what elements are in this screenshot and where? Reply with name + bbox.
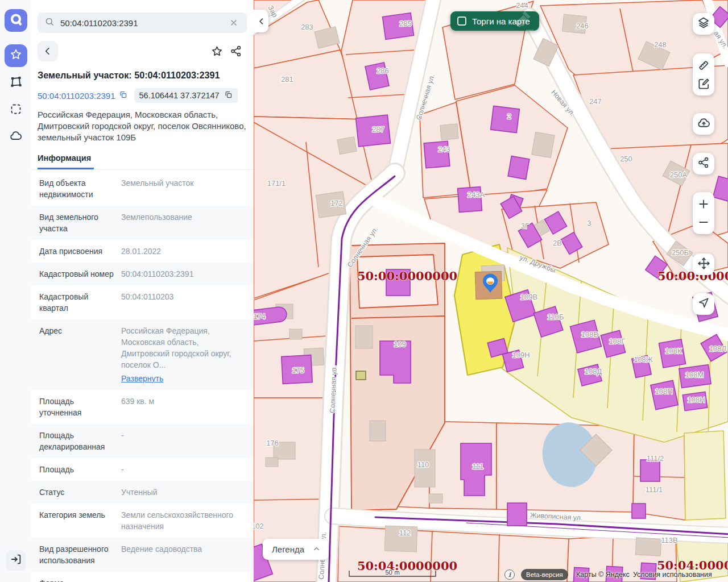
parcel-number-label: 108Л [709, 344, 726, 353]
cloud-icon [9, 130, 23, 146]
info-row-value: Земли сельскохозяйственного назначения [114, 509, 246, 532]
map-area[interactable]: 2832812852862872432243А3Г32В244246248247… [254, 0, 728, 582]
auction-toggle-button[interactable]: Торги на карте [450, 11, 539, 31]
copy-icon[interactable] [224, 90, 233, 101]
info-row-value: Земельный участок [114, 177, 193, 200]
parcel-number-label: 243А [468, 190, 485, 199]
polygon-tool-icon [9, 75, 23, 91]
details-panel: Земельный участок: 50:04:0110203:2391 50… [31, 0, 254, 582]
cadastral-number-link[interactable]: 50:04:0110203:2391 [38, 90, 127, 101]
object-toolbar [38, 41, 247, 61]
info-row: Площадь декларированная- [31, 424, 254, 458]
share-map-button[interactable] [693, 153, 714, 174]
parcel-number-label: 3Г [521, 222, 529, 230]
search-bar[interactable] [38, 13, 247, 33]
coordinates-chip[interactable]: 56.106441 37.372147 [134, 88, 238, 103]
parcel-number-label: 2 [507, 112, 511, 120]
layers-icon [697, 16, 710, 32]
app-logo[interactable] [5, 9, 27, 32]
street-name-label: Солнечная ул. [329, 365, 338, 413]
sidebar-item-cloud[interactable] [5, 126, 27, 149]
parcel-number-label: 108Г [609, 337, 626, 346]
share-button[interactable] [226, 41, 246, 61]
parcel-number-label: 108В [581, 330, 598, 339]
edit-button[interactable] [693, 74, 714, 93]
legend-button[interactable]: Легенда [263, 539, 329, 560]
parcel-number-label: 111 [472, 462, 483, 471]
info-row: Дата присвоения28.01.2022 [31, 240, 254, 263]
info-row-label: Статус [39, 487, 114, 498]
sidebar-item-select-area[interactable] [5, 99, 27, 122]
map-attribution: Карты © Яндекс [576, 571, 630, 579]
clear-search-icon[interactable] [228, 16, 240, 29]
cadastral-quarter-label: 50:00:0000000 [357, 269, 457, 283]
info-row-label: Площадь [39, 464, 114, 475]
exit-button[interactable] [6, 550, 26, 571]
expand-address-link[interactable]: Развернуть [121, 373, 163, 384]
select-area-icon [9, 102, 23, 118]
info-row-label: Площадь декларированная [39, 430, 114, 452]
info-row: Вид объекта недвижимостиЗемельный участо… [31, 172, 254, 206]
zoom-in-button[interactable] [693, 195, 714, 213]
info-row-value [114, 577, 121, 582]
sidebar-item-favorites[interactable] [5, 44, 27, 67]
sidebar-item-polygon-tool[interactable] [5, 72, 27, 94]
logo-icon [9, 13, 23, 28]
back-button[interactable] [38, 41, 58, 61]
parcel-number-label: 246 [576, 22, 589, 30]
zoom-out-button[interactable] [693, 213, 714, 231]
parcel-number-label: 110Б [547, 313, 564, 321]
parcel-number-label: 110 [417, 460, 429, 469]
upload-button[interactable] [693, 113, 714, 135]
logout-icon [10, 553, 22, 568]
info-row-label: Форма [39, 577, 114, 582]
search-input[interactable] [60, 18, 228, 28]
parcel-number-label: 176 [266, 439, 279, 447]
parcel-number-label: 174 [254, 312, 266, 321]
parcel-number-label: 109Н [512, 351, 530, 359]
parcel-number-label: 171/1 [267, 179, 286, 188]
info-row-value: 28.01.2022 [114, 246, 161, 257]
info-row-value: Учтенный [114, 487, 158, 498]
info-row: Кадастровый номер50:04:0110203:2391 [31, 263, 254, 285]
parcel-number-label: 2В [553, 239, 562, 247]
terms-link[interactable]: Условия использования [633, 571, 712, 579]
parcel-number-label: 248 [654, 40, 667, 49]
favorite-button[interactable] [207, 41, 226, 61]
svg-text:50 m: 50 m [385, 569, 400, 576]
shed [356, 371, 366, 380]
parcel-number-label: 111/1 [646, 485, 663, 494]
info-row-label: Адрес [39, 325, 114, 384]
cadastral-map[interactable]: 2832812852862872432243А3Г32В244246248247… [254, 0, 728, 582]
collapse-panel-button[interactable] [254, 10, 268, 32]
info-row-label: Площадь уточненная [39, 396, 114, 418]
info-row-value: 639 кв. м [114, 396, 154, 418]
cadastral-quarter-label: 50:04:0000000 [357, 559, 457, 573]
copy-icon[interactable] [119, 90, 127, 101]
star-icon [9, 48, 23, 64]
parcel-number-label: 250Б [672, 248, 689, 257]
object-address: Российская Федерация, Московская область… [38, 109, 247, 143]
pan-button[interactable] [693, 253, 714, 275]
move-icon [697, 257, 710, 272]
parcel-number-label: 243 [438, 145, 450, 153]
cadastral-quarter-label: 50:00:0000000 [657, 269, 728, 283]
parcel-number-label: 102 [254, 522, 264, 530]
parcel-number-label: 172 [330, 199, 343, 207]
navigation-arrow-icon [697, 297, 710, 311]
tab-information[interactable]: Информация [38, 153, 94, 169]
parcel-number-label: 108Н [687, 396, 705, 404]
beta-badge: Beta-версия [521, 569, 568, 580]
locate-button[interactable] [693, 293, 714, 315]
info-row: СтатусУчтенный [31, 481, 254, 504]
auction-checkbox[interactable] [457, 16, 466, 26]
ruler-button[interactable] [693, 56, 714, 74]
info-row-value: Российская Федерация, Московская область… [114, 325, 246, 384]
tab-bar: Информация [31, 153, 254, 170]
info-row-label: Вид разрешенного использования [39, 543, 114, 566]
info-row-label: Кадастровый квартал [39, 291, 114, 314]
info-row-label: Категория земель [39, 509, 114, 532]
info-icon[interactable]: i [504, 569, 515, 580]
zoom-group [693, 192, 714, 234]
layers-button[interactable] [693, 13, 714, 35]
